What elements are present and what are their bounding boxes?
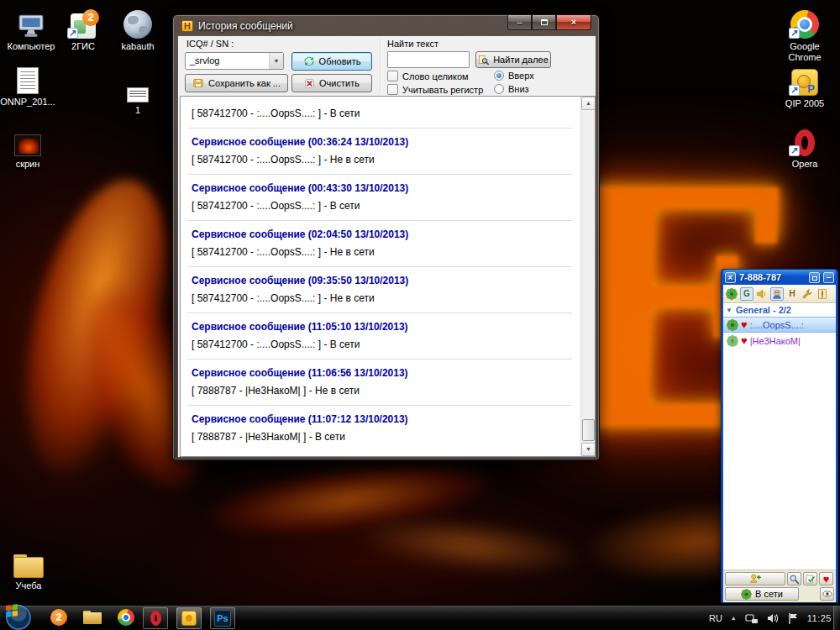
away-flower-icon bbox=[727, 335, 738, 347]
clock[interactable]: 11:25 bbox=[807, 613, 832, 623]
close-icon: × bbox=[728, 273, 733, 282]
find-next-icon bbox=[478, 55, 489, 66]
refresh-button[interactable]: Обновить bbox=[291, 52, 372, 71]
contact-name: |Не3НакоМ| bbox=[750, 336, 801, 346]
network-tray-button[interactable] bbox=[745, 612, 759, 624]
heart-icon: ♥ bbox=[741, 319, 748, 330]
message-check-button[interactable] bbox=[803, 572, 817, 585]
opera-icon bbox=[150, 611, 161, 626]
qip-toolbar: G H bbox=[723, 285, 836, 303]
save-as-button-label: Сохранить как ... bbox=[208, 78, 281, 88]
desktop-icon-label: Google Chrome bbox=[774, 41, 836, 63]
minimize-icon: – bbox=[827, 273, 832, 282]
taskbar-photoshop-button[interactable]: Ps bbox=[210, 607, 235, 629]
shortcut-arrow-icon bbox=[67, 28, 78, 39]
find-next-button[interactable]: Найти далее bbox=[475, 51, 551, 68]
groups-toggle-button[interactable]: G bbox=[740, 287, 753, 301]
entry-separator bbox=[187, 266, 572, 267]
scrollbar-thumb[interactable] bbox=[582, 419, 595, 441]
desktop-icon-1[interactable]: 1 bbox=[107, 71, 169, 116]
desktop-icon-skrin[interactable]: скрин bbox=[0, 124, 59, 170]
search-down-option[interactable]: Вниз bbox=[494, 84, 529, 94]
contact-row-ne3nakom[interactable]: ♥ |Не3НакоМ| bbox=[723, 333, 836, 349]
match-case-checkbox[interactable] bbox=[387, 84, 398, 95]
desktop-icon-chrome[interactable]: Google Chrome bbox=[774, 7, 836, 63]
message-history-list[interactable]: [ 587412700 - :....OopsS....: ] - В сети… bbox=[180, 96, 596, 457]
scroll-down-button[interactable]: ▼ bbox=[581, 443, 596, 456]
taskbar-qip-button[interactable] bbox=[176, 607, 202, 629]
show-desktop-button[interactable] bbox=[833, 606, 840, 630]
language-indicator[interactable]: RU bbox=[709, 613, 722, 623]
message-entries: [ 587412700 - :....OopsS....: ] - В сети… bbox=[181, 97, 580, 443]
message-body: [ 7888787 - |Не3НакоМ| ] - В сети bbox=[192, 431, 574, 443]
qip-titlebar[interactable]: × 7-888-787 – bbox=[723, 270, 836, 285]
desktop-icon-label: скрин bbox=[0, 159, 59, 170]
contact-group-header[interactable]: ▼ General - 2/2 bbox=[723, 303, 836, 317]
invisible-mode-button[interactable] bbox=[820, 587, 834, 601]
tray-expand-icon[interactable]: ▲ bbox=[731, 615, 737, 621]
desktop-icon-2gis[interactable]: 2 2ГИС bbox=[52, 7, 114, 52]
status-flower-icon[interactable] bbox=[725, 287, 738, 301]
message-header: Сервисное сообщение (11:07:12 13/10/2013… bbox=[192, 413, 574, 425]
qip-compact-button[interactable] bbox=[809, 272, 820, 283]
message-body: [ 587412700 - :....OopsS....: ] - В сети bbox=[192, 108, 574, 119]
window-title: История сообщений bbox=[198, 20, 293, 32]
action-center-button[interactable] bbox=[787, 612, 799, 624]
user-info-button[interactable] bbox=[770, 287, 784, 301]
info-button[interactable] bbox=[816, 287, 829, 301]
settings-button[interactable] bbox=[801, 287, 814, 301]
desktop-icon-onnp[interactable]: ONNP_201... bbox=[0, 62, 59, 108]
search-user-button[interactable] bbox=[787, 572, 801, 585]
contact-row-oopss[interactable]: ♥ :....OopsS....: bbox=[723, 317, 836, 333]
taskbar-opera-button[interactable] bbox=[143, 607, 168, 629]
desktop-icon-opera[interactable]: Opera bbox=[774, 124, 836, 170]
vertical-scrollbar[interactable]: ▲ ▼ bbox=[580, 97, 595, 456]
message-body: [ 587412700 - :....OopsS....: ] - Не в с… bbox=[192, 246, 574, 258]
message-header: Сервисное сообщение (11:05:10 13/10/2013… bbox=[192, 321, 574, 333]
desktop-icon-ucheba[interactable]: Учеба bbox=[0, 546, 60, 591]
uin-combobox[interactable]: _srvlog ▼ bbox=[185, 52, 284, 70]
taskbar-explorer[interactable] bbox=[82, 607, 102, 627]
message-body: [ 587412700 - :....OopsS....: ] - В сети bbox=[192, 339, 574, 350]
match-case-option[interactable]: Учитывать регистр bbox=[387, 84, 483, 95]
maximize-button[interactable] bbox=[532, 15, 556, 30]
online-flower-icon bbox=[741, 589, 752, 600]
search-up-option[interactable]: Вверх bbox=[494, 71, 534, 81]
save-as-button[interactable]: Сохранить как ... bbox=[185, 74, 288, 92]
add-contact-button[interactable] bbox=[725, 572, 785, 585]
whole-word-checkbox[interactable] bbox=[387, 71, 398, 81]
scroll-down-icon: ▼ bbox=[585, 446, 591, 452]
whole-word-label: Слово целиком bbox=[402, 71, 469, 81]
search-up-radio[interactable] bbox=[494, 71, 504, 81]
entry-separator bbox=[187, 359, 572, 360]
sound-button[interactable] bbox=[755, 287, 769, 301]
desktop-icon-qip2005[interactable]: QIP 2005 bbox=[774, 64, 836, 109]
find-next-button-label: Найти далее bbox=[493, 55, 549, 65]
info-page-icon bbox=[816, 288, 828, 300]
qip-minimize-button[interactable]: – bbox=[823, 272, 834, 283]
scroll-up-button[interactable]: ▲ bbox=[581, 97, 596, 110]
search-down-radio[interactable] bbox=[494, 84, 504, 94]
taskbar-chrome[interactable] bbox=[116, 607, 136, 627]
close-button[interactable]: × bbox=[556, 15, 591, 30]
message-entry: Сервисное сообщение (00:36:24 13/10/2013… bbox=[192, 136, 574, 175]
desktop-icon-label: Opera bbox=[774, 159, 836, 170]
whole-word-option[interactable]: Слово целиком bbox=[387, 71, 469, 81]
desktop-icon-kabauth[interactable]: kabauth bbox=[107, 7, 169, 52]
qip-close-button[interactable]: × bbox=[725, 272, 736, 283]
favorites-button[interactable]: ♥ bbox=[819, 572, 833, 585]
find-text-input[interactable] bbox=[387, 51, 470, 68]
taskbar-2gis[interactable]: 2 bbox=[49, 607, 69, 627]
minimize-button[interactable]: – bbox=[507, 15, 532, 30]
close-icon: × bbox=[571, 17, 576, 27]
clear-button[interactable]: Очистить bbox=[291, 74, 372, 92]
message-body: [ 587412700 - :....OopsS....: ] - Не в с… bbox=[192, 292, 574, 304]
online-status-button[interactable]: В сети bbox=[725, 587, 799, 601]
entry-separator bbox=[187, 174, 572, 175]
match-case-label: Учитывать регистр bbox=[402, 85, 483, 95]
start-button[interactable] bbox=[5, 604, 32, 630]
history-button[interactable]: H bbox=[785, 287, 799, 301]
volume-tray-button[interactable] bbox=[767, 612, 779, 624]
search-icon bbox=[789, 574, 800, 585]
window-titlebar[interactable]: H История сообщений bbox=[181, 18, 293, 34]
